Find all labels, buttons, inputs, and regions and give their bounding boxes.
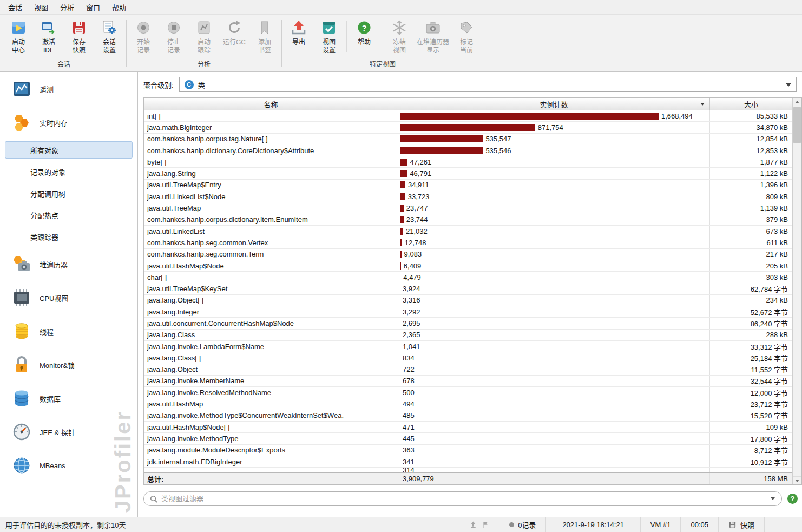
row-class-name: java.util.HashMap$Node[ ] bbox=[144, 422, 398, 432]
table-row[interactable]: java.util.HashMap$Node[ ]471109 kB bbox=[144, 422, 792, 433]
table-row[interactable]: java.lang.invoke.MethodType44517,800 字节 bbox=[144, 433, 792, 444]
scrollbar-down-button[interactable] bbox=[793, 476, 801, 484]
table-row[interactable]: com.hankcs.hanlp.dictionary.CoreDictiona… bbox=[144, 145, 792, 156]
start-center-button[interactable]: 启动中心 bbox=[3, 16, 34, 55]
row-instance-count: 494 bbox=[398, 398, 710, 409]
start-tracking-button[interactable]: 启动跟踪 bbox=[189, 16, 219, 55]
save-snapshot-button[interactable]: 保存快照 bbox=[64, 16, 94, 55]
table-row[interactable]: java.lang.module.ModuleDescriptor$Export… bbox=[144, 445, 792, 456]
table-row[interactable]: com.hankcs.hanlp.corpus.tag.Nature[ ]535… bbox=[144, 134, 792, 145]
table-row[interactable]: com.hankcs.hanlp.corpus.dictionary.item.… bbox=[144, 214, 792, 226]
scrollbar-thumb[interactable] bbox=[793, 107, 801, 143]
row-instance-count: 3,316 bbox=[398, 295, 710, 306]
freeze-view-icon bbox=[391, 19, 407, 36]
row-size: 109 kB bbox=[710, 423, 792, 431]
bookmark-flag-icon[interactable] bbox=[481, 521, 489, 529]
sidebar-item-allocation-hotspots[interactable]: 分配热点 bbox=[0, 204, 137, 226]
export-arrow-icon[interactable] bbox=[469, 521, 477, 529]
row-size: 303 kB bbox=[710, 273, 792, 281]
filter-help-button[interactable]: ? bbox=[787, 494, 798, 504]
sidebar-item-heap-walker[interactable]: 堆遍历器 bbox=[0, 247, 137, 281]
table-row[interactable]: java.lang.invoke.ResolvedMethodName50012… bbox=[144, 387, 792, 398]
vertical-scrollbar[interactable] bbox=[792, 98, 801, 484]
menu-item-session[interactable]: 会话 bbox=[2, 0, 28, 15]
freeze-view-button[interactable]: 冻结视图 bbox=[384, 16, 415, 55]
row-size: 25,184 字节 bbox=[710, 353, 792, 363]
menu-item-analysis[interactable]: 分析 bbox=[54, 0, 80, 15]
table-row[interactable]: java.lang.String46,7911,122 kB bbox=[144, 168, 792, 179]
sidebar-item-threads[interactable]: 线程 bbox=[0, 314, 137, 348]
add-bookmark-button[interactable]: 添加书签 bbox=[249, 16, 280, 55]
table-row[interactable]: java.util.HashMap$Node6,409205 kB bbox=[144, 260, 792, 272]
table-row[interactable]: java.util.TreeMap$KeySet3,92462,784 字节 bbox=[144, 283, 792, 294]
export-button[interactable]: 导出 bbox=[284, 16, 314, 47]
table-row[interactable]: java.lang.invoke.LambdaForm$Name1,04133,… bbox=[144, 341, 792, 352]
table-row[interactable]: char[ ]4,479303 kB bbox=[144, 272, 792, 283]
start-recording-button[interactable]: 开始记录 bbox=[128, 16, 159, 55]
table-row[interactable]: com.hankcs.hanlp.seg.common.Vertex12,748… bbox=[144, 237, 792, 248]
table-row[interactable]: java.lang.Class[ ]83425,184 字节 bbox=[144, 352, 792, 364]
sidebar-item-monitors-locks[interactable]: Monitor&锁 bbox=[0, 348, 137, 382]
table-row[interactable]: java.util.TreeMap$Entry34,9111,396 kB bbox=[144, 180, 792, 191]
toolbar-group-label: 会话 bbox=[3, 57, 124, 71]
table-row[interactable]: java.util.LinkedList21,032673 kB bbox=[144, 226, 792, 237]
menu-item-help[interactable]: 帮助 bbox=[106, 0, 132, 15]
row-class-name: com.hankcs.hanlp.seg.common.Term bbox=[144, 249, 398, 260]
table-row[interactable]: java.math.BigInteger871,75434,870 kB bbox=[144, 122, 792, 133]
sidebar-item-telemetries[interactable]: 遥测 bbox=[0, 72, 137, 106]
aggregation-value: 类 bbox=[198, 80, 205, 90]
table-row[interactable]: com.hankcs.hanlp.seg.common.Term9,083217… bbox=[144, 249, 792, 260]
session-settings-icon bbox=[101, 19, 117, 36]
triangle-up-icon bbox=[795, 101, 799, 103]
toolbar-group-label: 特定视图 bbox=[284, 57, 482, 71]
row-class-name: java.lang.invoke.ResolvedMethodName bbox=[144, 387, 398, 398]
sidebar-item-cpu-views[interactable]: CPU视图 bbox=[0, 281, 137, 314]
view-settings-button[interactable]: 视图设置 bbox=[314, 16, 344, 55]
table-row[interactable]: java.lang.Object[ ]3,316234 kB bbox=[144, 295, 792, 306]
menu-item-view[interactable]: 视图 bbox=[28, 0, 54, 15]
class-filter-input[interactable] bbox=[161, 495, 764, 503]
row-class-name: java.lang.module.ModuleDescriptor$Export… bbox=[144, 445, 398, 456]
row-class-name: byte[ ] bbox=[144, 156, 398, 167]
menu-item-window[interactable]: 窗口 bbox=[80, 0, 106, 15]
sidebar-item-recorded-objects[interactable]: 记录的对象 bbox=[0, 161, 137, 182]
class-filter-box[interactable] bbox=[143, 491, 782, 506]
table-row[interactable]: java.lang.Object72211,552 字节 bbox=[144, 364, 792, 376]
snapshot-status[interactable]: 快照 bbox=[718, 517, 764, 532]
table-row[interactable]: java.lang.invoke.MemberName67832,544 字节 bbox=[144, 376, 792, 387]
row-size: 17,800 字节 bbox=[710, 434, 792, 444]
sidebar-item-allocation-call-tree[interactable]: 分配调用树 bbox=[0, 182, 137, 204]
sidebar-item-class-tracker[interactable]: 类跟踪器 bbox=[0, 226, 137, 247]
help-button[interactable]: ?帮助 bbox=[349, 16, 379, 47]
column-header-instance-count[interactable]: 实例计数 bbox=[398, 98, 710, 110]
row-size: 12,000 字节 bbox=[710, 387, 792, 398]
aggregation-level-select[interactable]: C 类 bbox=[179, 77, 797, 92]
scrollbar-up-button[interactable] bbox=[793, 98, 801, 106]
table-row[interactable]: int[ ]1,668,49485,533 kB bbox=[144, 110, 792, 122]
table-row[interactable]: jdk.internal.math.FDBigInteger34110,912 … bbox=[144, 456, 792, 468]
datetime-status: 2021-9-19 18:14:21 bbox=[545, 517, 640, 532]
sidebar-item-label: 堆遍历器 bbox=[40, 259, 68, 270]
elapsed-time-status: 00:05 bbox=[680, 517, 718, 532]
run-gc-button[interactable]: 运行GC bbox=[219, 16, 249, 47]
table-row[interactable]: java.lang.Integer3,29252,672 字节 bbox=[144, 306, 792, 318]
table-row[interactable]: byte[ ]47,2611,877 kB bbox=[144, 156, 792, 168]
filter-options-button[interactable] bbox=[767, 494, 778, 504]
session-settings-button[interactable]: 会话设置 bbox=[94, 16, 124, 55]
column-header-size[interactable]: 大小 bbox=[710, 98, 792, 110]
row-size: 1,122 kB bbox=[710, 169, 792, 178]
table-row[interactable]: java.util.TreeMap23,7471,139 kB bbox=[144, 202, 792, 214]
sidebar-item-all-objects[interactable]: 所有对象 bbox=[0, 139, 137, 161]
sidebar-item-live-memory[interactable]: 实时内存 bbox=[0, 106, 137, 139]
column-header-name[interactable]: 名称 bbox=[144, 98, 398, 110]
table-row[interactable]: java.lang.invoke.MethodType$ConcurrentWe… bbox=[144, 410, 792, 422]
table-row[interactable]: java.util.concurrent.ConcurrentHashMap$N… bbox=[144, 318, 792, 329]
mark-current-button[interactable]: 标记当前 bbox=[451, 16, 482, 55]
activate-ide-button[interactable]: 激活IDE bbox=[34, 16, 64, 55]
show-in-heapwalker-button[interactable]: 在堆遍历器显示 bbox=[415, 16, 451, 55]
stop-recording-button[interactable]: 停止记录 bbox=[159, 16, 189, 55]
row-size: 12,854 kB bbox=[710, 135, 792, 143]
table-row[interactable]: java.util.LinkedList$Node33,723809 kB bbox=[144, 191, 792, 202]
table-row[interactable]: java.lang.Class2,365288 kB bbox=[144, 330, 792, 341]
table-row[interactable]: java.util.HashMap49423,712 字节 bbox=[144, 398, 792, 410]
